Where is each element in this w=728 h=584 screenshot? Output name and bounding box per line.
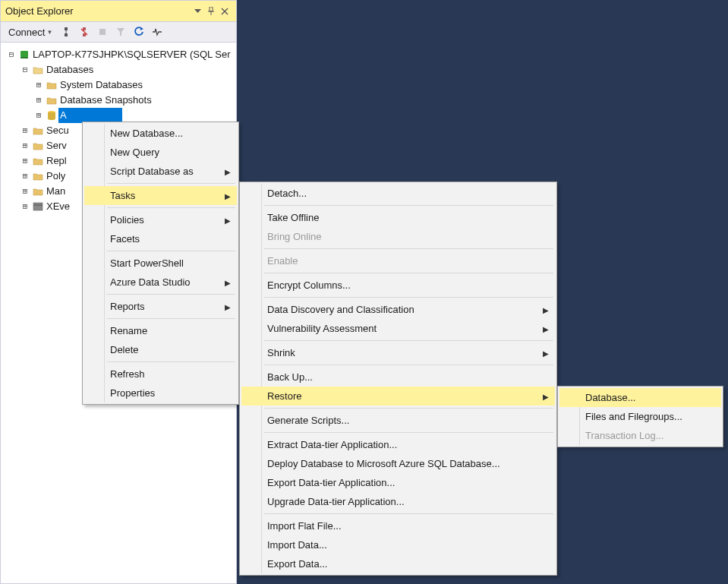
collapse-icon[interactable]: ⊟ (19, 62, 31, 77)
menu-separator (107, 183, 235, 184)
menu-delete[interactable]: Delete (84, 340, 237, 359)
context-menu-restore: Database... Files and Filegroups... Tran… (557, 386, 723, 447)
context-menu-database: New Database... New Query Script Databas… (82, 122, 239, 405)
submenu-arrow-icon: ▶ (543, 392, 549, 400)
submenu-arrow-icon: ▶ (225, 167, 231, 175)
folder-icon (31, 140, 45, 152)
menu-bring-online: Bring Online (241, 227, 555, 246)
menu-separator (264, 205, 553, 206)
menu-ads[interactable]: Azure Data Studio▶ (84, 273, 237, 292)
submenu-arrow-icon: ▶ (225, 216, 231, 224)
menu-separator (107, 251, 235, 251)
menu-restore-database[interactable]: Database... (559, 388, 721, 407)
expand-icon[interactable]: ⊞ (19, 138, 31, 153)
folder-icon (31, 170, 45, 182)
menu-separator (264, 273, 553, 273)
menu-start-ps[interactable]: Start PowerShell (84, 254, 237, 273)
menu-separator (107, 318, 235, 319)
svg-rect-15 (20, 51, 28, 57)
pin-icon[interactable] (204, 5, 218, 18)
menu-detach[interactable]: Detach... (241, 184, 555, 203)
profiler-icon (31, 200, 45, 213)
menu-script-db[interactable]: Script Database as▶ (84, 162, 237, 181)
menu-ddc[interactable]: Data Discovery and Classification▶ (241, 300, 555, 319)
menu-separator (107, 294, 235, 295)
menu-export-data[interactable]: Export Data... (241, 554, 555, 573)
expand-icon[interactable]: ⊞ (19, 184, 31, 199)
submenu-arrow-icon: ▶ (543, 349, 549, 357)
menu-encrypt[interactable]: Encrypt Columns... (241, 276, 555, 295)
connect-button[interactable]: Connect ▼ (5, 25, 55, 39)
menu-enable: Enable (241, 251, 555, 270)
svg-marker-0 (194, 9, 201, 13)
expand-icon[interactable]: ⊞ (33, 77, 45, 93)
svg-rect-6 (65, 27, 68, 30)
menu-shrink[interactable]: Shrink▶ (241, 343, 555, 362)
panel-titlebar: Object Explorer (1, 1, 236, 21)
window-dropdown-icon[interactable] (191, 5, 204, 18)
svg-marker-13 (117, 28, 124, 36)
menu-import-data[interactable]: Import Data... (241, 535, 555, 554)
svg-rect-16 (20, 57, 28, 58)
tree-node-server[interactable]: ⊟ LAPTOP-K77SJHPK\SQLSERVER (SQL Ser (2, 47, 235, 62)
menu-separator (107, 207, 235, 208)
refresh-icon[interactable] (131, 24, 147, 39)
expand-icon[interactable]: ⊞ (33, 93, 45, 108)
expand-icon[interactable]: ⊞ (19, 169, 31, 184)
expand-icon[interactable]: ⊞ (19, 199, 31, 214)
menu-separator (264, 408, 553, 409)
activity-icon[interactable] (150, 24, 165, 39)
menu-tasks[interactable]: Tasks▶ (84, 186, 237, 205)
menu-rename[interactable]: Rename (84, 321, 237, 340)
menu-restore[interactable]: Restore▶ (241, 387, 555, 406)
menu-restore-files-fg[interactable]: Files and Filegroups... (559, 407, 721, 426)
menu-properties[interactable]: Properties (84, 384, 237, 402)
tree-label: Database Snapshots (58, 93, 152, 108)
svg-rect-18 (33, 203, 43, 210)
disconnect-icon[interactable] (77, 24, 92, 39)
tree-node-sysdb[interactable]: ⊞ System Databases (2, 77, 235, 93)
close-icon[interactable] (218, 5, 232, 18)
expand-icon[interactable]: ⊞ (33, 108, 45, 123)
tree-node-selected-db[interactable]: ⊞ A (2, 108, 235, 123)
menu-new-database[interactable]: New Database... (84, 124, 237, 143)
context-menu-tasks: Detach... Take Offline Bring Online Enab… (239, 182, 557, 576)
menu-backup[interactable]: Back Up... (241, 368, 555, 387)
tree-label: Man (45, 184, 65, 199)
menu-upgrade-dta[interactable]: Upgrade Data-tier Application... (241, 492, 555, 511)
menu-new-query[interactable]: New Query (84, 143, 237, 162)
menu-take-offline[interactable]: Take Offline (241, 208, 555, 227)
menu-deploy-azure[interactable]: Deploy Database to Microsoft Azure SQL D… (241, 454, 555, 473)
menu-restore-txlog: Transaction Log... (559, 426, 721, 445)
menu-facets[interactable]: Facets (84, 229, 237, 248)
expand-icon[interactable]: ⊞ (19, 153, 31, 169)
menu-vuln[interactable]: Vulnerability Assessment▶ (241, 319, 555, 338)
menu-reports[interactable]: Reports▶ (84, 297, 237, 316)
tree-label: Repl (45, 153, 67, 169)
submenu-arrow-icon: ▶ (225, 302, 231, 311)
chevron-down-icon: ▼ (46, 29, 52, 36)
stop-icon[interactable] (95, 24, 110, 39)
svg-rect-12 (99, 29, 106, 35)
menu-extract-dta[interactable]: Extract Data-tier Application... (241, 435, 555, 454)
svg-rect-7 (65, 33, 68, 36)
expand-icon[interactable]: ⊞ (19, 123, 31, 138)
folder-open-icon (31, 64, 45, 76)
menu-generate-scripts[interactable]: Generate Scripts... (241, 411, 555, 430)
connect-object-icon[interactable] (58, 24, 74, 39)
filter-icon[interactable] (113, 24, 128, 39)
menu-import-flat[interactable]: Import Flat File... (241, 516, 555, 535)
svg-rect-10 (83, 33, 86, 36)
folder-icon (31, 125, 45, 137)
submenu-arrow-icon: ▶ (225, 191, 231, 200)
folder-icon (45, 79, 58, 91)
menu-refresh[interactable]: Refresh (84, 365, 237, 384)
menu-policies[interactable]: Policies▶ (84, 210, 237, 229)
tree-node-databases[interactable]: ⊟ Databases (2, 62, 235, 77)
menu-export-dta[interactable]: Export Data-tier Application... (241, 473, 555, 492)
tree-node-snapshots[interactable]: ⊞ Database Snapshots (2, 93, 235, 108)
svg-rect-9 (83, 27, 86, 30)
svg-marker-14 (140, 27, 143, 30)
toolbar: Connect ▼ (1, 21, 236, 43)
collapse-icon[interactable]: ⊟ (5, 47, 17, 62)
